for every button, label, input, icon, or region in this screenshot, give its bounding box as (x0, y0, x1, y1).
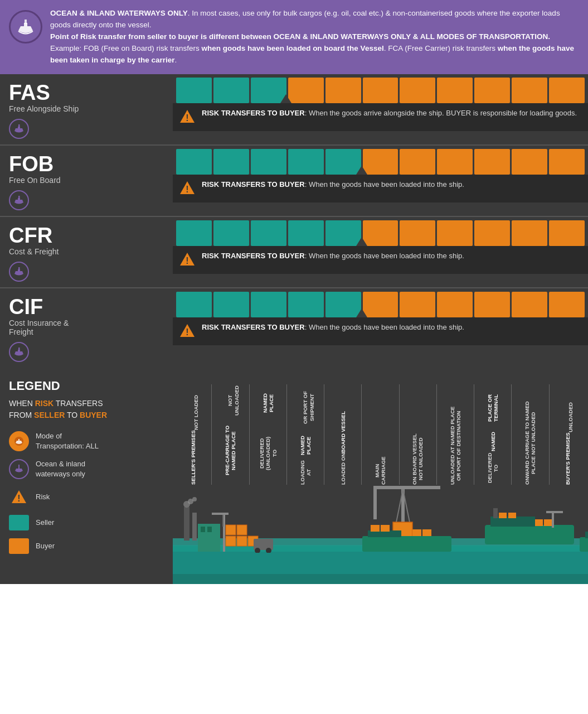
bar-orange (400, 78, 435, 103)
svg-rect-28 (226, 536, 236, 546)
col-divider (249, 384, 250, 485)
bar-orange (512, 78, 547, 103)
svg-rect-46 (412, 529, 421, 536)
ship-icon-header (9, 10, 42, 44)
cfr-abbr: CFR (9, 225, 164, 246)
bar-teal (176, 220, 212, 246)
bar-orange (437, 149, 473, 175)
svg-rect-1 (18, 124, 20, 127)
bar-orange (437, 220, 473, 246)
bar-orange (512, 149, 547, 175)
legend-label-buyer: Buyer (36, 541, 55, 551)
cif-bars (173, 288, 588, 317)
bar-orange (474, 149, 510, 175)
svg-text:!: ! (186, 113, 188, 123)
seller-swatch (9, 515, 29, 530)
bar-teal (288, 149, 324, 175)
svg-rect-52 (508, 513, 516, 518)
svg-rect-0 (25, 20, 27, 24)
svg-rect-38 (373, 486, 377, 519)
bar-orange (288, 78, 324, 103)
svg-text:!: ! (186, 256, 188, 266)
fob-warning-icon: ! (178, 179, 196, 197)
bar-teal (251, 292, 286, 317)
svg-rect-53 (535, 519, 543, 526)
svg-text:!: ! (186, 185, 188, 194)
svg-rect-55 (552, 511, 554, 528)
incoterm-right-cfr: ! RISK TRANSFERS TO BUYER: When the good… (173, 217, 588, 287)
fas-triangle (280, 94, 291, 103)
svg-point-21 (192, 497, 197, 501)
svg-rect-17 (184, 507, 189, 541)
cfr-risk-row: ! RISK TRANSFERS TO BUYER: When the good… (173, 246, 588, 274)
bar-teal (288, 292, 324, 317)
fob-ship-icon (9, 190, 164, 210)
svg-rect-4 (18, 196, 20, 199)
svg-rect-26 (212, 513, 229, 515)
legend-label-all: Mode ofTransportation: ALL (36, 431, 99, 451)
svg-rect-23 (201, 527, 205, 532)
bar-orange (474, 78, 510, 103)
legend-item-all: Mode ofTransportation: ALL (9, 431, 164, 451)
ocean-icon-legend (9, 459, 29, 479)
fob-risk-text: RISK TRANSFERS TO BUYER: When the goods … (202, 179, 464, 190)
svg-rect-7 (18, 267, 20, 270)
legend-left: LEGEND WHEN RISK TRANSFERS FROM SELLER T… (0, 368, 173, 584)
fob-name: Free On Board (9, 176, 164, 185)
bar-teal (213, 78, 249, 103)
svg-rect-56 (546, 511, 563, 513)
svg-rect-18 (192, 513, 197, 541)
legend-subtitle: WHEN RISK TRANSFERS FROM SELLER TO BUYER (9, 398, 164, 421)
bar-orange (363, 220, 399, 246)
cif-risk-text: RISK TRANSFERS TO BUYER: When the goods … (202, 322, 464, 333)
cif-abbr: CIF (9, 296, 164, 317)
bar-teal (176, 78, 212, 103)
svg-rect-31 (226, 525, 236, 535)
col-delivered-terminal: DELIVERED TO NAMEDPLACE OR TERMINAL (476, 384, 509, 485)
svg-rect-10 (18, 348, 20, 350)
legend-item-buyer: Buyer (9, 538, 164, 554)
incoterm-right-fas: ! RISK TRANSFERS TO BUYER: When the good… (173, 74, 588, 144)
svg-rect-62 (580, 537, 588, 552)
cfr-ship-icon (9, 262, 164, 282)
fas-bars (173, 74, 588, 103)
col-onward-carriage: ONWARD CARRIAGE TO NAMEDPLACE NOT UNLOAD… (513, 384, 547, 485)
cargo-boxes-left (223, 519, 279, 553)
fas-ship-icon (9, 119, 164, 139)
col-onboard-vessel: ON BOARD VESSELNOT UNLOADED (401, 384, 435, 485)
bar-teal (176, 292, 212, 317)
col-divider (436, 384, 437, 485)
incoterm-section: FAS Free Alongside Ship (0, 74, 588, 368)
col-sellers-premises: SELLER'S PREMISESNOT LOADED (176, 384, 210, 485)
col-unloaded-dest: UNLOADED AT NAMED PLACEOR PORT OF DESTIN… (439, 384, 472, 485)
incoterm-left-cif: CIF Cost Insurance &Freight (0, 288, 173, 368)
cif-ship-icon (9, 342, 164, 362)
bar-teal (176, 149, 212, 175)
bar-orange (549, 220, 585, 246)
svg-text:!: ! (186, 327, 188, 337)
col-divider (211, 384, 212, 485)
bar-orange (363, 292, 399, 317)
legend-label-risk: Risk (36, 492, 50, 502)
bar-orange (512, 292, 547, 317)
col-divider (324, 384, 324, 485)
bar-orange (437, 78, 473, 103)
col-delivered-named: DELIVERED (UNLOADED)TO NAMED PLACE (251, 384, 285, 485)
svg-rect-45 (381, 525, 390, 532)
incoterm-right-fob: ! RISK TRANSFERS TO BUYER: When the good… (173, 146, 588, 216)
fas-warning-icon: ! (178, 108, 196, 126)
svg-rect-24 (207, 527, 212, 532)
cif-name: Cost Insurance &Freight (9, 319, 164, 336)
svg-rect-37 (373, 486, 440, 489)
bar-orange (363, 149, 399, 175)
fob-abbr: FOB (9, 153, 164, 175)
bar-orange (400, 292, 435, 317)
cfr-warning-icon: ! (178, 250, 196, 268)
svg-rect-54 (544, 519, 552, 526)
bar-orange (549, 78, 585, 103)
svg-rect-14 (18, 465, 20, 467)
port-crane-right-svg (580, 491, 588, 553)
col-divider (361, 384, 362, 485)
incoterm-row-cfr: CFR Cost & Freight (0, 217, 588, 288)
incoterm-row-fob: FOB Free On Board (0, 146, 588, 217)
